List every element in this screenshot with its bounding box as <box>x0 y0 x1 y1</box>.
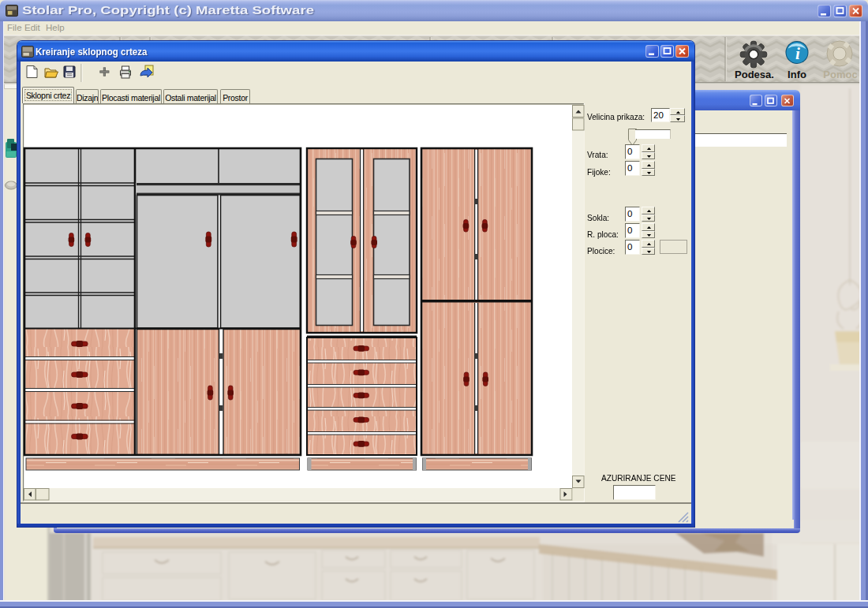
svg-text:i: i <box>795 44 800 63</box>
